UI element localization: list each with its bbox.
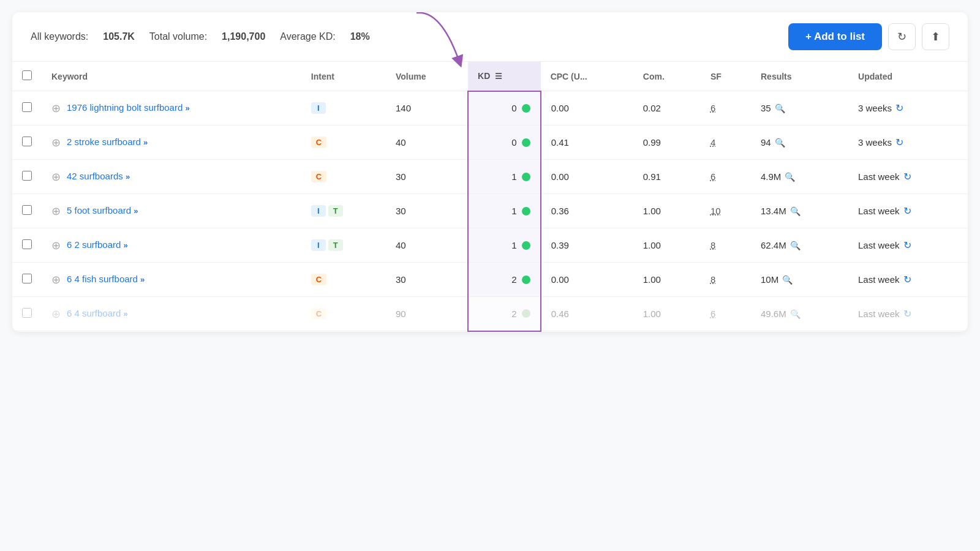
- results-cell: 49.6M🔍: [751, 297, 848, 331]
- kd-col-header[interactable]: KD ☰: [468, 62, 541, 91]
- row-refresh-icon[interactable]: ↻: [903, 205, 911, 217]
- kd-value: 1: [507, 206, 517, 216]
- keyword-link[interactable]: 6 2 surfboard: [67, 239, 121, 250]
- table-row: ⊕ 2 stroke surfboard » C4000.410.99494🔍3…: [12, 126, 968, 160]
- updated-value: Last week: [858, 274, 900, 285]
- chevron-right-icon: »: [124, 241, 128, 250]
- intent-badge-c: C: [311, 308, 326, 320]
- table-header-row: Keyword Intent Volume KD ☰ CPC (U... Com…: [12, 62, 968, 91]
- export-button[interactable]: ⬆: [922, 23, 949, 50]
- add-keyword-icon[interactable]: ⊕: [51, 170, 61, 184]
- sf-col-header: SF: [701, 62, 751, 91]
- keyword-cell: ⊕ 42 surfboards »: [42, 160, 301, 194]
- row-refresh-icon[interactable]: ↻: [895, 137, 903, 148]
- avg-kd-value: 18%: [350, 31, 370, 42]
- table-row: ⊕ 6 2 surfboard » IT4010.391.00862.4M🔍La…: [12, 228, 968, 263]
- updated-cell: Last week↻: [848, 194, 968, 228]
- results-cell: 62.4M🔍: [751, 228, 848, 263]
- keyword-link[interactable]: 2 stroke surfboard: [67, 137, 141, 147]
- select-all-header[interactable]: [12, 62, 42, 91]
- row-checkbox-cell[interactable]: [12, 91, 42, 126]
- row-checkbox[interactable]: [22, 239, 32, 249]
- volume-cell: 30: [386, 263, 468, 297]
- kd-dot-icon: [522, 309, 530, 318]
- add-keyword-icon[interactable]: ⊕: [51, 239, 61, 252]
- updated-col-header: Updated: [848, 62, 968, 91]
- updated-cell: Last week↻: [848, 263, 968, 297]
- kd-dot-icon: [522, 276, 530, 284]
- volume-col-header: Volume: [386, 62, 468, 91]
- updated-cell: Last week↻: [848, 228, 968, 263]
- keyword-link[interactable]: 6 4 surfboard: [67, 308, 121, 318]
- sf-cell: 6: [701, 297, 751, 331]
- row-checkbox-cell[interactable]: [12, 228, 42, 263]
- row-refresh-icon[interactable]: ↻: [903, 239, 911, 251]
- com-col-header: Com.: [633, 62, 701, 91]
- row-checkbox[interactable]: [22, 274, 32, 283]
- intent-badge-c: C: [311, 137, 326, 148]
- add-keyword-icon[interactable]: ⊕: [51, 102, 61, 115]
- kd-dot-icon: [522, 104, 530, 113]
- results-col-header: Results: [751, 62, 848, 91]
- add-keyword-icon[interactable]: ⊕: [51, 307, 61, 321]
- results-cell: 10M🔍: [751, 263, 848, 297]
- total-volume-value: 1,190,700: [222, 31, 265, 42]
- row-checkbox-cell[interactable]: [12, 263, 42, 297]
- results-cell: 13.4M🔍: [751, 194, 848, 228]
- add-keyword-icon[interactable]: ⊕: [51, 273, 61, 287]
- row-refresh-icon[interactable]: ↻: [895, 102, 903, 114]
- intent-badge-t: T: [328, 205, 343, 217]
- intent-badge-i: I: [311, 205, 326, 217]
- keyword-link[interactable]: 42 surfboards: [67, 171, 123, 181]
- kd-value: 1: [507, 240, 517, 250]
- row-refresh-icon[interactable]: ↻: [903, 274, 911, 285]
- sf-value: 6: [710, 171, 715, 182]
- row-checkbox[interactable]: [22, 137, 32, 146]
- row-checkbox-cell[interactable]: [12, 126, 42, 160]
- add-to-list-button[interactable]: + Add to list: [788, 23, 882, 50]
- results-cell: 94🔍: [751, 126, 848, 160]
- results-value: 94: [761, 137, 771, 148]
- row-refresh-icon[interactable]: ↻: [903, 171, 911, 182]
- volume-cell: 40: [386, 228, 468, 263]
- updated-value: Last week: [858, 309, 900, 319]
- updated-value: Last week: [858, 171, 900, 182]
- row-refresh-icon[interactable]: ↻: [903, 308, 911, 320]
- intent-badge-c: C: [311, 274, 326, 285]
- refresh-button[interactable]: ↻: [888, 23, 916, 50]
- kd-cell: 2: [468, 263, 541, 297]
- intent-cell: C: [301, 297, 386, 331]
- row-checkbox[interactable]: [22, 171, 32, 181]
- row-checkbox[interactable]: [22, 308, 32, 318]
- table-row: ⊕ 1976 lightning bolt surfboard » I14000…: [12, 91, 968, 126]
- row-checkbox-cell[interactable]: [12, 194, 42, 228]
- sf-value: 6: [710, 103, 715, 113]
- intent-badge-c: C: [311, 171, 326, 182]
- cpc-cell: 0.46: [541, 297, 633, 331]
- results-value: 4.9M: [761, 171, 781, 182]
- updated-cell: Last week↻: [848, 160, 968, 194]
- keyword-link[interactable]: 5 foot surfboard: [67, 205, 131, 216]
- add-keyword-icon[interactable]: ⊕: [51, 136, 61, 149]
- com-cell: 1.00: [633, 297, 701, 331]
- keyword-cell: ⊕ 6 2 surfboard »: [42, 228, 301, 263]
- com-cell: 0.99: [633, 126, 701, 160]
- updated-value: 3 weeks: [858, 103, 892, 113]
- row-checkbox-cell[interactable]: [12, 297, 42, 331]
- row-checkbox[interactable]: [22, 102, 32, 112]
- keyword-link[interactable]: 1976 lightning bolt surfboard: [67, 102, 183, 113]
- keyword-cell: ⊕ 1976 lightning bolt surfboard »: [42, 91, 301, 126]
- results-icon: 🔍: [782, 275, 793, 285]
- sf-cell: 10: [701, 194, 751, 228]
- keyword-link[interactable]: 6 4 fish surfboard: [67, 274, 138, 284]
- intent-cell: C: [301, 263, 386, 297]
- row-checkbox[interactable]: [22, 205, 32, 215]
- com-cell: 1.00: [633, 228, 701, 263]
- header-bar: All keywords: 105.7K Total volume: 1,190…: [12, 12, 968, 62]
- select-all-checkbox[interactable]: [22, 70, 32, 80]
- intent-cell: C: [301, 126, 386, 160]
- row-checkbox-cell[interactable]: [12, 160, 42, 194]
- add-keyword-icon[interactable]: ⊕: [51, 204, 61, 218]
- table-row: ⊕ 42 surfboards » C3010.000.9164.9M🔍Last…: [12, 160, 968, 194]
- sf-value: 8: [710, 240, 715, 250]
